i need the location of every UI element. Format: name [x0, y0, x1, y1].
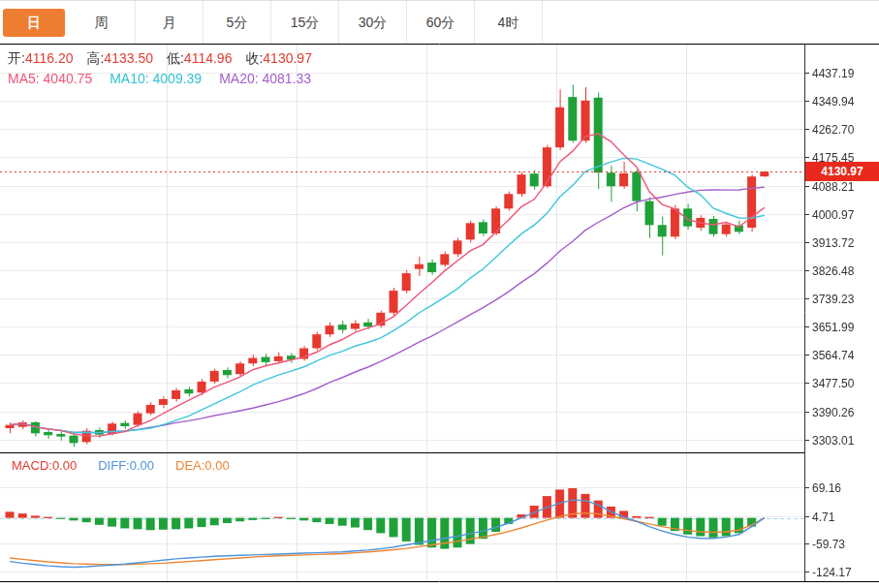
tab-4hour[interactable]: 4时 — [475, 1, 543, 44]
tab-week[interactable]: 周 — [68, 1, 136, 44]
tab-day[interactable]: 日 — [3, 9, 65, 37]
tab-60min[interactable]: 60分 — [407, 1, 475, 44]
timeframe-tabbar: 日 周 月 5分 15分 30分 60分 4时 — [0, 0, 879, 44]
last-price-tag: 4130.97 — [805, 162, 879, 181]
y-axis-label: 3564.74 — [812, 349, 854, 362]
candlestick-chart-canvas[interactable] — [0, 0, 879, 588]
low-label: 低: — [167, 50, 184, 66]
tab-month[interactable]: 月 — [136, 1, 204, 44]
high-label: 高: — [86, 50, 104, 66]
macd-header: MACD:0.00DIFF:0.00DEA:0.00 — [12, 458, 230, 473]
y-axis-label: 4349.94 — [812, 95, 854, 108]
y-axis-label: -59.73 — [812, 538, 845, 551]
y-axis-label: 3477.50 — [812, 377, 854, 390]
ma-header: MA5: 4040.75MA10: 4009.39MA20: 4081.33 — [8, 71, 311, 86]
y-axis-label: 3390.26 — [812, 406, 854, 419]
low-value: 4114.96 — [184, 50, 233, 66]
y-axis-label: 3913.72 — [812, 236, 854, 250]
tab-30min[interactable]: 30分 — [339, 1, 407, 44]
open-label: 开: — [8, 50, 25, 66]
trading-chart-page: 日 周 月 5分 15分 30分 60分 4时 开:4116.20高:4133.… — [0, 0, 879, 588]
y-axis-label: 4000.97 — [812, 208, 854, 222]
close-value: 4130.97 — [263, 50, 312, 66]
y-axis-label: 3826.48 — [812, 264, 854, 278]
y-axis-label: 4437.19 — [812, 67, 854, 80]
ma10-value: MA10: 4009.39 — [110, 71, 202, 86]
y-axis-label: 3651.99 — [812, 321, 854, 334]
y-axis-label: -124.17 — [812, 566, 852, 579]
ma20-value: MA20: 4081.33 — [219, 71, 311, 86]
high-value: 4133.50 — [104, 50, 153, 66]
y-axis-label: 3739.23 — [812, 293, 854, 306]
diff-value: DIFF:0.00 — [98, 458, 154, 473]
tab-5min[interactable]: 5分 — [204, 1, 271, 44]
tab-15min[interactable]: 15分 — [271, 1, 339, 44]
y-axis-label: 4088.21 — [812, 180, 854, 194]
dea-value: DEA:0.00 — [175, 458, 230, 473]
y-axis-label: 4.71 — [812, 511, 834, 524]
open-value: 4116.20 — [25, 50, 74, 66]
y-axis-label: 4262.70 — [812, 123, 854, 137]
close-label: 收: — [245, 50, 263, 66]
y-axis-label: 3303.01 — [812, 434, 854, 448]
ohlc-header: 开:4116.20高:4133.50低:4114.96收:4130.97 — [8, 50, 326, 68]
y-axis-label: 69.16 — [812, 481, 841, 495]
ma5-value: MA5: 4040.75 — [8, 71, 92, 86]
macd-value: MACD:0.00 — [12, 458, 77, 473]
